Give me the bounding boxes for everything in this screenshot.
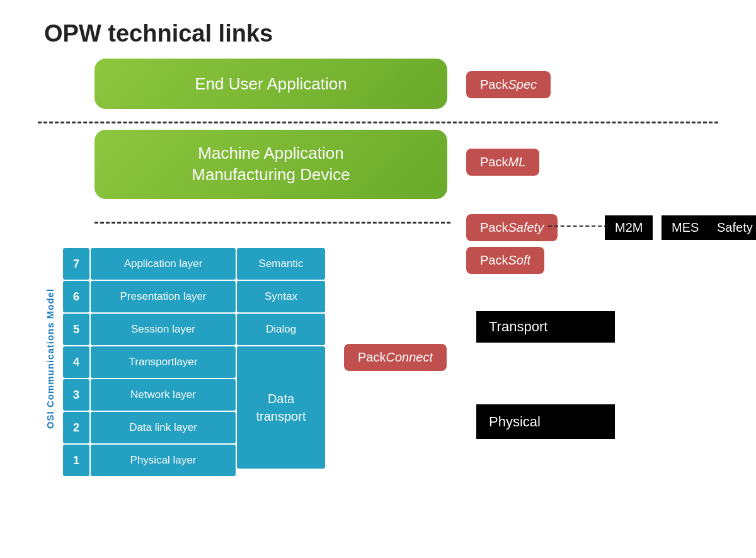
packml-badge: PackML [466, 149, 539, 176]
session-layer: Session layer [91, 314, 236, 345]
semantic-cell: Semantic [237, 248, 325, 280]
osi-label-wrapper: OSI Communications Model [38, 248, 63, 469]
layer-num-6: 6 [63, 281, 89, 312]
layer-name-column: Application layer Presentation layer Ses… [91, 248, 236, 477]
syntax-cell: Syntax [237, 281, 325, 312]
page-title: OPW technical links [0, 0, 756, 59]
packspec-badge: PackSpec [466, 71, 551, 98]
network-layer: Network layer [91, 379, 236, 411]
end-user-box: End User Application [94, 59, 447, 109]
right-col: Semantic Syntax Dialog Datatransport [237, 248, 325, 469]
machine-app-box: Machine Application Manufacturing Device [94, 130, 447, 199]
mes-box: MES [662, 215, 709, 240]
layer-num-1: 1 [63, 445, 89, 476]
layer-num-4: 4 [63, 346, 89, 378]
connector-safety [548, 225, 608, 227]
transport-layer: Transportlayer [91, 346, 236, 378]
presentation-layer: Presentation layer [91, 281, 236, 312]
physical-layer: Physical layer [91, 445, 236, 476]
packconnect-badge: PackConnect [344, 344, 447, 371]
number-column: 7 6 5 4 3 2 1 [63, 248, 89, 477]
osi-label: OSI Communications Model [45, 288, 56, 428]
dialog-cell: Dialog [237, 314, 325, 345]
layer-num-7: 7 [63, 248, 89, 280]
data-link-layer: Data link layer [91, 412, 236, 443]
packsafety-badge: PackSafety [466, 214, 558, 241]
m2m-box: M2M [605, 215, 653, 240]
application-layer: Application layer [91, 248, 236, 280]
layer-num-2: 2 [63, 412, 89, 443]
data-transport-cell: Datatransport [237, 346, 325, 469]
dashed-divider-1 [38, 122, 718, 123]
dashed-divider-2 [94, 222, 450, 224]
layer-num-3: 3 [63, 379, 89, 411]
safety-box: Safety [707, 215, 756, 240]
transport-box: Transport [476, 311, 615, 343]
layer-num-5: 5 [63, 314, 89, 345]
physical-box: Physical [476, 404, 615, 439]
